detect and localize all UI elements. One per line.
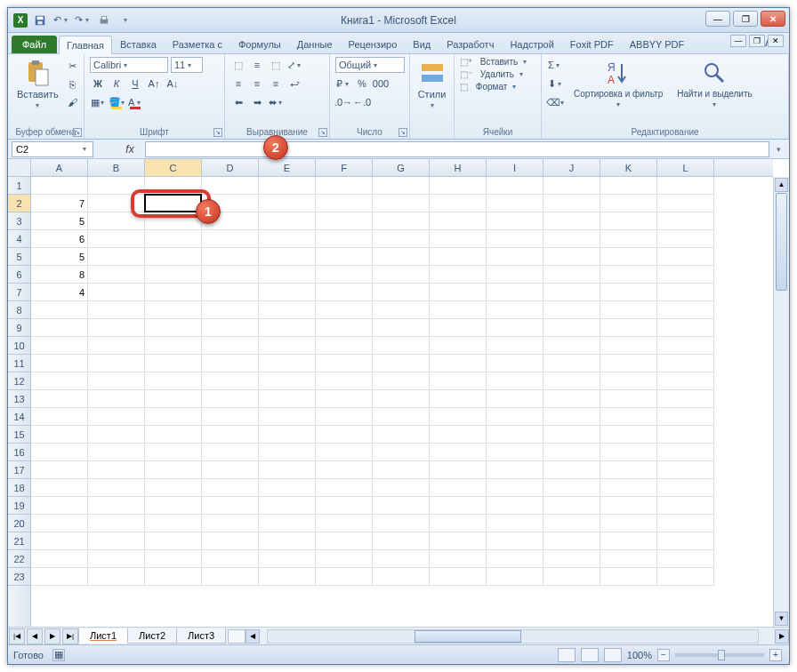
cell-J11[interactable] — [543, 355, 600, 372]
cell-D10[interactable] — [202, 337, 259, 355]
cell-B18[interactable] — [88, 479, 145, 497]
align-bottom-button[interactable]: ⬚ — [268, 57, 284, 73]
cell-K11[interactable] — [600, 355, 657, 372]
cell-G5[interactable] — [373, 248, 430, 266]
cell-L22[interactable] — [657, 550, 714, 568]
cell-I4[interactable] — [487, 230, 543, 248]
cell-I20[interactable] — [487, 515, 543, 532]
cell-F11[interactable] — [316, 355, 373, 372]
cell-F8[interactable] — [316, 301, 373, 319]
cell-E17[interactable] — [259, 461, 316, 479]
cell-E23[interactable] — [259, 568, 316, 586]
fill-color-button[interactable]: 🪣▾ — [109, 94, 125, 110]
cell-A19[interactable] — [31, 497, 88, 515]
row-header-4[interactable]: 4 — [8, 230, 30, 248]
cell-F1[interactable] — [316, 177, 373, 195]
hscroll-thumb[interactable] — [415, 630, 521, 643]
cell-G20[interactable] — [373, 515, 430, 532]
cell-G13[interactable] — [373, 390, 430, 408]
cell-I13[interactable] — [487, 390, 543, 408]
cell-F2[interactable] — [316, 195, 373, 212]
cell-I23[interactable] — [487, 568, 543, 586]
cell-C15[interactable] — [145, 426, 202, 444]
cell-C23[interactable] — [145, 568, 202, 586]
cell-E6[interactable] — [259, 266, 316, 284]
cell-L21[interactable] — [657, 532, 714, 550]
cell-J22[interactable] — [543, 550, 600, 568]
select-all-corner[interactable] — [8, 159, 31, 177]
cell-G22[interactable] — [373, 550, 430, 568]
cell-E3[interactable] — [259, 212, 316, 230]
cell-C8[interactable] — [145, 301, 202, 319]
view-normal-button[interactable] — [558, 648, 576, 662]
cell-H17[interactable] — [430, 461, 487, 479]
cell-K16[interactable] — [600, 444, 657, 461]
sheet-tab-2[interactable]: Лист2 — [127, 628, 177, 644]
qat-customize[interactable]: ▾ — [117, 12, 134, 29]
decrease-indent-button[interactable]: ⬅ — [230, 94, 246, 110]
cell-B1[interactable] — [88, 177, 145, 195]
cell-E18[interactable] — [259, 479, 316, 497]
delete-cells-button[interactable]: ⬚⁻ Удалить▾ — [460, 69, 535, 79]
cell-D13[interactable] — [202, 390, 259, 408]
cut-button[interactable]: ✂ — [65, 59, 81, 75]
cell-G16[interactable] — [373, 444, 430, 461]
cell-G23[interactable] — [373, 568, 430, 586]
tab-review[interactable]: Рецензиро — [341, 35, 406, 53]
row-header-18[interactable]: 18 — [8, 479, 30, 497]
row-header-13[interactable]: 13 — [8, 390, 30, 408]
cell-H19[interactable] — [430, 497, 487, 515]
cell-I11[interactable] — [487, 355, 543, 372]
cell-C7[interactable] — [145, 284, 202, 301]
number-dialog-launcher[interactable]: ↘ — [398, 128, 407, 137]
cell-L19[interactable] — [657, 497, 714, 515]
cell-B9[interactable] — [88, 319, 145, 337]
autosum-button[interactable]: Σ▾ — [547, 57, 563, 73]
cell-K3[interactable] — [600, 212, 657, 230]
cell-C21[interactable] — [145, 532, 202, 550]
row-header-9[interactable]: 9 — [8, 319, 30, 337]
cell-F15[interactable] — [316, 426, 373, 444]
cell-C6[interactable] — [145, 266, 202, 284]
cell-I16[interactable] — [487, 444, 543, 461]
cell-A4[interactable]: 6 — [31, 230, 88, 248]
tab-abbyy[interactable]: ABBYY PDF — [622, 35, 693, 53]
cell-E7[interactable] — [259, 284, 316, 301]
cell-H7[interactable] — [430, 284, 487, 301]
clear-button[interactable]: ⌫▾ — [547, 94, 563, 110]
cell-C13[interactable] — [145, 390, 202, 408]
row-header-5[interactable]: 5 — [8, 248, 30, 266]
cell-I15[interactable] — [487, 426, 543, 444]
cell-C16[interactable] — [145, 444, 202, 461]
row-header-11[interactable]: 11 — [8, 355, 30, 372]
cell-I7[interactable] — [487, 284, 543, 301]
mdi-minimize[interactable]: — — [730, 35, 746, 47]
cell-L4[interactable] — [657, 230, 714, 248]
borders-button[interactable]: ▦▾ — [90, 94, 106, 110]
cell-D5[interactable] — [202, 248, 259, 266]
row-header-12[interactable]: 12 — [8, 372, 30, 390]
cell-H10[interactable] — [430, 337, 487, 355]
new-sheet-button[interactable] — [228, 629, 246, 644]
cell-B20[interactable] — [88, 515, 145, 532]
cell-L13[interactable] — [657, 390, 714, 408]
cell-F21[interactable] — [316, 532, 373, 550]
cell-K5[interactable] — [600, 248, 657, 266]
view-page-layout-button[interactable] — [581, 648, 599, 662]
row-header-2[interactable]: 2 — [8, 195, 30, 212]
cell-C3[interactable] — [145, 212, 202, 230]
cell-C17[interactable] — [145, 461, 202, 479]
cell-C11[interactable] — [145, 355, 202, 372]
cell-B5[interactable] — [88, 248, 145, 266]
cell-K22[interactable] — [600, 550, 657, 568]
cell-E2[interactable] — [259, 195, 316, 212]
cell-D4[interactable] — [202, 230, 259, 248]
styles-button[interactable]: Стили▾ — [415, 57, 448, 111]
cell-I5[interactable] — [487, 248, 543, 266]
cell-I19[interactable] — [487, 497, 543, 515]
tab-foxit[interactable]: Foxit PDF — [562, 35, 622, 53]
zoom-out-button[interactable]: − — [657, 649, 670, 661]
cell-D18[interactable] — [202, 479, 259, 497]
hscroll-left-button[interactable]: ◀ — [246, 629, 260, 644]
cell-F5[interactable] — [316, 248, 373, 266]
